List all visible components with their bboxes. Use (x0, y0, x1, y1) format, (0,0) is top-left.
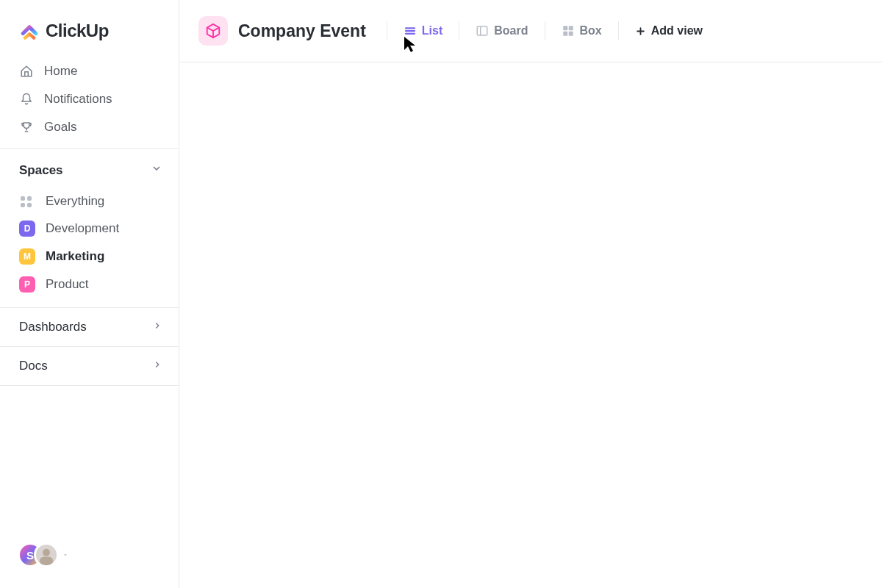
logo-icon (19, 21, 40, 41)
view-tab-board[interactable]: Board (467, 20, 537, 42)
space-development[interactable]: D Development (10, 215, 168, 243)
view-tab-list[interactable]: List (395, 20, 451, 42)
space-badge-development: D (19, 220, 35, 237)
nav-goals-label: Goals (44, 120, 76, 135)
chevron-right-icon (152, 320, 162, 334)
svg-rect-4 (568, 26, 573, 30)
svg-rect-5 (563, 32, 567, 36)
bell-icon (19, 93, 34, 106)
chevron-down-icon (151, 162, 162, 178)
section-dashboards[interactable]: Dashboards (0, 307, 179, 346)
space-icon-chip[interactable] (198, 16, 228, 46)
svg-rect-3 (563, 26, 567, 30)
nav-notifications-label: Notifications (44, 92, 112, 107)
docs-label: Docs (19, 359, 48, 373)
brand-name: ClickUp (46, 21, 109, 41)
divider (545, 21, 545, 40)
svg-point-0 (43, 549, 50, 556)
nav-home-label: Home (44, 64, 77, 79)
content-area (179, 62, 882, 588)
view-board-label: Board (494, 24, 528, 37)
chevron-right-icon (152, 359, 162, 373)
space-badge-product: P (19, 276, 35, 293)
trophy-icon (19, 121, 34, 134)
board-icon (476, 24, 489, 37)
nav-home[interactable]: Home (10, 57, 168, 85)
divider (618, 21, 619, 40)
add-view-label: Add view (651, 24, 703, 37)
space-product[interactable]: P Product (10, 270, 168, 298)
space-marketing-label: Marketing (46, 249, 104, 264)
plus-icon (635, 26, 646, 37)
brand-logo[interactable]: ClickUp (0, 0, 179, 57)
caret-down-icon (62, 548, 69, 562)
spaces-title: Spaces (19, 163, 63, 178)
space-product-label: Product (46, 277, 89, 292)
home-icon (19, 65, 34, 78)
page-title: Company Event (238, 21, 366, 41)
list-icon (404, 24, 417, 37)
box-icon (562, 24, 575, 37)
cube-icon (205, 23, 221, 39)
user-avatars[interactable]: S (0, 542, 179, 588)
avatar-member[interactable] (34, 542, 59, 567)
divider (459, 21, 459, 40)
add-view-button[interactable]: Add view (626, 20, 711, 42)
view-tab-box[interactable]: Box (553, 20, 611, 42)
space-badge-marketing: M (19, 248, 35, 265)
svg-rect-2 (478, 26, 488, 35)
svg-rect-1 (40, 556, 53, 565)
nav-notifications[interactable]: Notifications (10, 85, 168, 113)
nav-goals[interactable]: Goals (10, 113, 168, 141)
space-marketing[interactable]: M Marketing (10, 243, 168, 270)
spaces-header[interactable]: Spaces (0, 149, 179, 188)
svg-rect-6 (568, 32, 573, 36)
space-development-label: Development (46, 221, 119, 236)
section-docs[interactable]: Docs (0, 346, 179, 386)
view-list-label: List (422, 24, 442, 37)
space-everything[interactable]: Everything (10, 188, 168, 215)
divider (387, 21, 387, 40)
grid-icon (19, 195, 35, 209)
space-everything-label: Everything (46, 194, 104, 209)
view-box-label: Box (580, 24, 602, 37)
dashboards-label: Dashboards (19, 320, 87, 334)
